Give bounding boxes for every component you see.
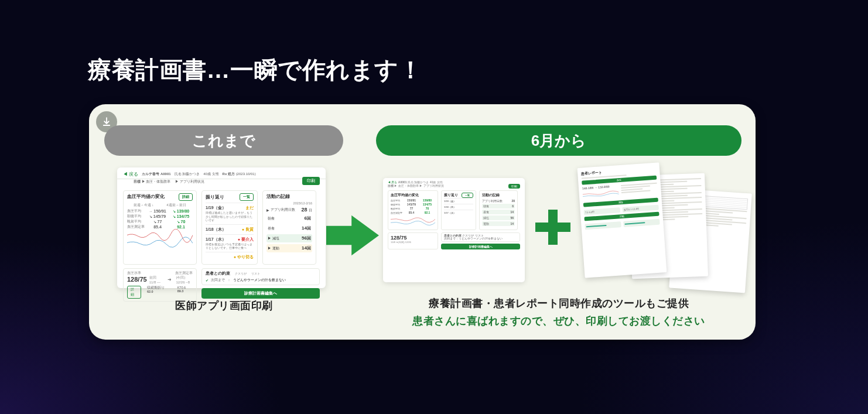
back-link[interactable]: ◀ 戻る bbox=[123, 171, 138, 177]
doctor-app-screenshot-before: ◀ 戻る カルテ番号 A0001 氏名:加藤かつき 40歳 女性 Rx 処方 (… bbox=[117, 167, 326, 288]
bp-chart bbox=[127, 229, 193, 249]
pill-before: これまで bbox=[104, 125, 343, 156]
summary-detail-button[interactable]: 詳細 bbox=[127, 286, 141, 299]
bp-card: 血圧平均値の変化詳細 前週→今週 ↓4週前→前日 血圧平均→150/91↘139… bbox=[123, 190, 197, 265]
caption-after: 療養計画書・患者レポート同時作成のツールもご提供 患者さんに喜ばれますので、ぜひ… bbox=[376, 296, 741, 328]
lookback-card: 振り返り一覧 1/19（金）まだ目標は達成したと思いますが，もう少し時間が欲しか… bbox=[201, 190, 258, 265]
patient-report-doc: 患者レポート 血圧 140.1/86 → 132.9/80 減塩 7.0-9.8… bbox=[577, 162, 667, 278]
print-button-sm[interactable]: 印刷 bbox=[508, 184, 520, 189]
print-button[interactable]: 印刷 bbox=[302, 177, 320, 185]
activity-card: 活動の記録 2023/12-2/16 ▶ アプリ利用日数28 日 朝食6回 昼食… bbox=[262, 190, 316, 265]
lookback-list-button[interactable]: 一覧 bbox=[240, 193, 254, 201]
plus-icon bbox=[535, 210, 570, 247]
arrow-icon bbox=[326, 214, 380, 259]
slide-title: 療養計画書…一瞬で作れます！ bbox=[88, 54, 422, 86]
document-stack: 患者レポート 血圧 140.1/86 → 132.9/80 減塩 7.0-9.8… bbox=[580, 169, 750, 292]
pill-after: 6月から bbox=[376, 125, 741, 156]
doctor-app-screenshot-after: ◀ 戻る A0001 氏名:加藤かつき 40歳 女性 目標 ▶ 血圧・体脂肪率 … bbox=[383, 178, 525, 282]
download-icon bbox=[101, 117, 112, 127]
plan-edit-button[interactable]: 診療計画書編集へ bbox=[201, 288, 320, 299]
bp-detail-button[interactable]: 詳細 bbox=[179, 193, 193, 201]
bp-summary-card: 血圧水準血圧測定率 128/75 前回 11/8 — ➜ (今回) 12/26 … bbox=[123, 268, 197, 302]
promise-card: 患者との約束クスリがリスト ✔次回まで：うどんやラーメンの汁を飲まない bbox=[201, 268, 320, 285]
comparison-panel: これまで 6月から ◀ 戻る カルテ番号 A0001 氏名:加藤かつき 40歳 … bbox=[89, 104, 756, 340]
caption-before: 医師アプリ画面印刷 bbox=[123, 299, 325, 313]
